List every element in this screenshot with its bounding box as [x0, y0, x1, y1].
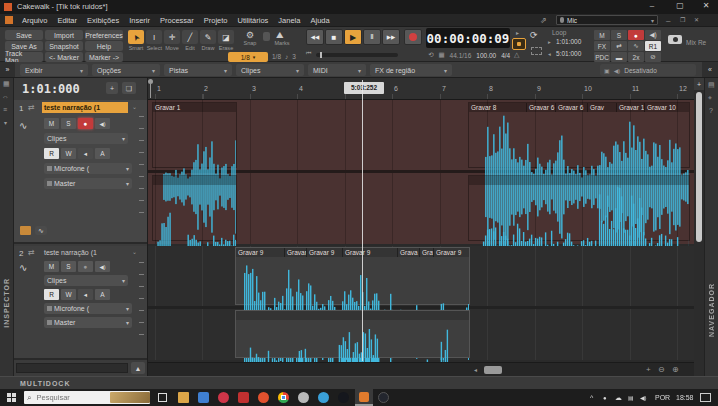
tray-volume-icon[interactable]: ◀)	[640, 389, 647, 406]
multidock-bar[interactable]: MULTIDOCK	[0, 376, 718, 389]
zoom-add-icon[interactable]: +	[694, 78, 704, 90]
maximize-button[interactable]: ▢	[668, 1, 692, 10]
clip-gravar-1-take[interactable]	[152, 175, 237, 241]
inspector-tab[interactable]: INSPECTOR	[3, 278, 10, 328]
now-time-display[interactable]: 1:01:000	[22, 82, 80, 96]
track-2-input-dropdown[interactable]: Microfone (	[44, 303, 132, 314]
record-button[interactable]	[404, 29, 422, 45]
snap-resolution[interactable]: 1/8 ♪ 3	[272, 53, 296, 60]
workspace-selector[interactable]: Mic ▾	[556, 15, 658, 25]
punch-icon[interactable]	[531, 47, 542, 55]
move-tool-button[interactable]: ✛	[164, 30, 180, 44]
start-button[interactable]	[7, 393, 16, 402]
track-2-strip[interactable]: 2 ⇄ teste narração (1 ⌄ ∿ M S ● ◀) Clipe…	[14, 246, 147, 360]
track-1-mute-button[interactable]: M	[44, 118, 59, 129]
zoom-out-icon[interactable]: ⊖	[658, 365, 665, 374]
track-drag-handle-icon[interactable]: ⇄	[28, 103, 35, 112]
close-button[interactable]: ✕	[696, 1, 716, 10]
opcoes-menu[interactable]: Opções	[92, 64, 160, 76]
save-button[interactable]: Save	[5, 30, 43, 40]
marker-next-button[interactable]: Marker ->	[85, 52, 123, 62]
zoom-fit-icon[interactable]: +	[646, 365, 651, 374]
speaker-icon[interactable]: ◀)	[645, 30, 661, 40]
preferences-button[interactable]: Preferences	[85, 30, 123, 40]
snap-gear-icon[interactable]: ⚙	[246, 30, 254, 40]
pin-icon[interactable]: ⇗	[540, 16, 547, 25]
track-2-output-dropdown[interactable]: Master	[44, 317, 132, 328]
dim-solo-icon[interactable]: ▬	[611, 52, 627, 62]
aim-assist-control[interactable]: ▣ ◀) Desativado	[600, 64, 696, 76]
grid-icon[interactable]: ▦	[438, 51, 444, 59]
take-lane-icon[interactable]	[20, 226, 31, 235]
track-1-arm-button[interactable]: ●	[78, 118, 93, 129]
menu-inserir[interactable]: Inserir	[124, 16, 155, 25]
clip-group-track2-take[interactable]	[235, 310, 470, 358]
track-1-clips-dropdown[interactable]: Clipes	[44, 133, 128, 144]
taskbar-app-icon[interactable]	[198, 392, 209, 403]
fast-forward-button[interactable]: ▶▶	[382, 29, 400, 45]
tray-cloud-icon[interactable]: ☁	[615, 389, 622, 406]
draw-tool-button[interactable]: ✎	[200, 30, 216, 44]
menu-arquivo[interactable]: Arquivo	[17, 16, 52, 25]
midi-menu[interactable]: MIDI	[308, 64, 366, 76]
track-2-automation-read[interactable]: R	[44, 289, 59, 300]
track-manager-button[interactable]: Track Man...	[5, 52, 43, 62]
scrollbar-thumb[interactable]	[484, 366, 502, 374]
track-1-name[interactable]: teste narração (1	[42, 102, 128, 113]
edit-tool-button[interactable]: ╱	[182, 30, 198, 44]
erase-tool-button[interactable]: ◪	[218, 30, 234, 44]
lane-wave-icon[interactable]: ∿	[35, 226, 47, 235]
track-2-solo-button[interactable]: S	[61, 261, 76, 272]
panel-search-box[interactable]	[16, 363, 128, 373]
clip-group-track1-take[interactable]	[468, 175, 690, 241]
play-button[interactable]: ▶	[344, 29, 362, 45]
track-1-input-dropdown[interactable]: Microfone (	[44, 163, 132, 174]
record-arm-all-button[interactable]: ●	[628, 30, 644, 40]
menu-exibicoes[interactable]: Exibições	[82, 16, 124, 25]
time-signature-value[interactable]: 4/4	[501, 52, 510, 59]
track-2-automation-jump[interactable]: ◂	[78, 289, 93, 300]
track-1-automation-write[interactable]: W	[61, 148, 76, 159]
track-2-mute-button[interactable]: M	[44, 261, 59, 272]
time-display[interactable]: 00:00:00:09	[426, 28, 510, 48]
solo-all-button[interactable]: S	[611, 30, 627, 40]
mute-all-button[interactable]: M	[594, 30, 610, 40]
mdi-minimize-button[interactable]: –	[666, 16, 670, 25]
menu-processar[interactable]: Processar	[155, 16, 199, 25]
clip-gravar-1[interactable]: Gravar 1	[152, 102, 237, 168]
track-2-automation-write[interactable]: W	[61, 289, 76, 300]
taskbar-app-cakewalk-active[interactable]	[355, 389, 373, 406]
menu-editar[interactable]: Editar	[52, 16, 82, 25]
dock-target-icon[interactable]: ⌖	[708, 94, 712, 102]
taskbar-app-icon[interactable]	[298, 392, 309, 403]
track-1-strip[interactable]: 1 ⇄ teste narração (1 ⌄ ∿ M S ● ◀) Clipe…	[14, 100, 147, 244]
metronome-icon[interactable]: △	[514, 51, 519, 59]
fx-global-button[interactable]: FX	[594, 41, 610, 51]
clip-group-track2[interactable]: Gravar 9 Gravar Gravar 9 Gravar 9 Grava …	[235, 247, 470, 305]
scrub-thumb[interactable]	[320, 52, 322, 58]
dock-panel-icon[interactable]: ▤	[708, 81, 715, 89]
vscrollbar-thumb[interactable]	[696, 92, 702, 242]
scrub-bar[interactable]	[316, 53, 398, 57]
loop-icon[interactable]: ⟳	[530, 30, 538, 40]
collapse-right-icon[interactable]: «	[702, 62, 718, 77]
mini-play-icon[interactable]: ▸	[516, 29, 519, 36]
chevron-down-icon[interactable]: ▾	[4, 119, 7, 126]
taskbar-app-obs-icon[interactable]	[378, 392, 389, 403]
vertical-scrollbar[interactable]: +	[694, 78, 704, 376]
r1-button[interactable]: R1	[645, 41, 661, 51]
track-2-lane[interactable]: Gravar 9 Gravar Gravar 9 Gravar 9 Grava …	[148, 246, 694, 360]
track-1-input-echo-button[interactable]: ◀)	[95, 118, 110, 129]
import-button[interactable]: Import	[45, 30, 83, 40]
help-icon[interactable]: ?	[709, 107, 713, 114]
track-expand-icon[interactable]: ⌄	[132, 248, 137, 255]
track-expand-icon[interactable]: ⌄	[132, 103, 137, 110]
clipes-menu[interactable]: Clipes	[236, 64, 304, 76]
track-drag-handle-icon[interactable]: ⇄	[28, 248, 35, 257]
track-2-clips-dropdown[interactable]: Clipes	[44, 275, 128, 286]
marker-prev-button[interactable]: <- Marker	[45, 52, 83, 62]
resize-horizontal-icon[interactable]: ⇔	[2, 93, 9, 100]
track-1-output-dropdown[interactable]: Master	[44, 178, 132, 189]
tray-network-icon[interactable]: ▤	[628, 389, 634, 406]
sample-rate-value[interactable]: 44.1/16	[450, 52, 472, 59]
